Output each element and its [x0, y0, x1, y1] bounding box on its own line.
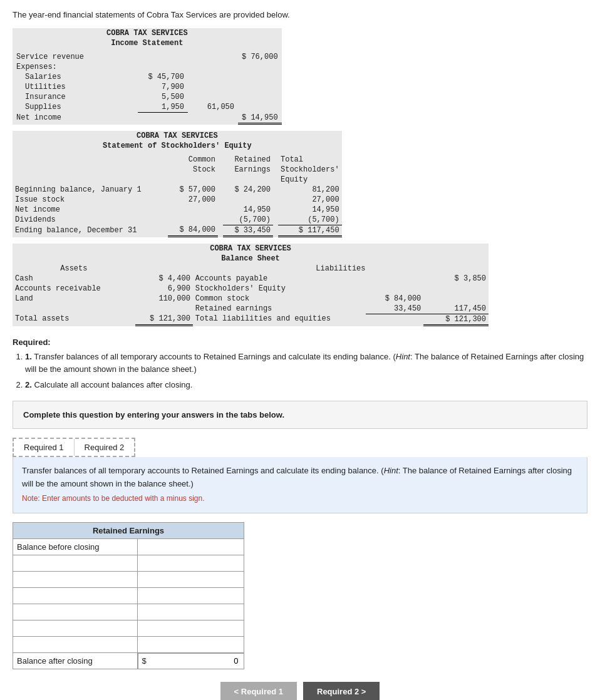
se-div-total: (5,700) — [278, 215, 342, 225]
tab-required-1[interactable]: Required 1 — [14, 439, 75, 456]
re-row-bbc-label: Balance before closing — [13, 538, 138, 555]
se-end-common: $ 84,000 — [168, 225, 218, 236]
income-statement-wrapper: COBRA TAX SERVICES Income Statement Serv… — [13, 28, 587, 125]
table-row: Balance before closing — [13, 538, 244, 555]
bs-ar-value: 6,900 — [135, 284, 193, 294]
bs-common-value: $ 84,000 — [366, 294, 423, 304]
is-utilities-label: Utilities — [13, 82, 138, 92]
re-row-6-input-cell — [137, 636, 244, 652]
se-col-total-title: Total — [281, 155, 303, 164]
required-list: 1. Transfer balances of all temporary ac… — [25, 351, 587, 392]
is-sr-empty1 — [138, 52, 188, 62]
se-title1: COBRA TAX SERVICES — [13, 131, 342, 141]
tab-note: Note: Enter amounts to be deducted with … — [22, 493, 578, 505]
re-row-1-label — [13, 555, 138, 571]
se-div-label: Dividends — [13, 215, 163, 225]
se-col-retained: Retained — [223, 155, 273, 165]
se-ni-retained: 14,950 — [223, 205, 273, 215]
re-row-bac-value-cell: $ — [138, 653, 244, 669]
tab-content-area: Transfer balances of all temporary accou… — [13, 457, 587, 513]
is-sr-empty2 — [188, 52, 238, 62]
re-row-3-input-cell — [137, 587, 244, 604]
se-statement-table: COBRA TAX SERVICES Statement of Stockhol… — [13, 131, 342, 237]
bs-common-label: Common stock — [193, 294, 308, 304]
se-end-retained: $ 33,450 — [223, 225, 273, 236]
re-row-4-label — [13, 604, 138, 620]
re-row-5-label — [13, 620, 138, 636]
is-net-income-value: $ 14,950 — [238, 113, 282, 124]
re-table-wrapper: Retained Earnings Balance before closing — [13, 522, 587, 670]
se-end-label: Ending balance, December 31 — [13, 225, 163, 236]
tab-instruction: Transfer balances of all temporary accou… — [22, 465, 578, 491]
re-row-6-label — [13, 636, 138, 652]
prev-button[interactable]: < Required 1 — [220, 682, 297, 700]
re-row-1-input-cell — [137, 555, 244, 571]
bs-total-liab-value: $ 121,300 — [423, 314, 489, 325]
se-issue-total: 27,000 — [278, 195, 342, 205]
re-row-6-input[interactable] — [142, 640, 241, 649]
se-beg-total: 81,200 — [278, 185, 342, 195]
bs-re-subtotal: 117,450 — [423, 304, 489, 314]
re-row-2-input-cell — [137, 571, 244, 587]
re-row-2-label — [13, 571, 138, 587]
nav-buttons: < Required 1 Required 2 > — [13, 682, 587, 700]
bs-land-label: Land — [13, 294, 135, 304]
re-row-1-input[interactable] — [142, 558, 241, 568]
bs-ap-value: $ 3,850 — [423, 274, 489, 284]
required-item-1: 1. Transfer balances of all temporary ac… — [25, 351, 587, 377]
re-row-5-input[interactable] — [142, 624, 241, 633]
re-row-3-label — [13, 587, 138, 604]
bs-re-label: Retained earnings — [193, 304, 308, 314]
bs-cash-value: $ 4,400 — [135, 274, 193, 284]
re-row-2-input[interactable] — [142, 575, 241, 584]
bs-assets-label: Assets — [13, 264, 135, 274]
table-row — [13, 587, 244, 604]
se-beg-label: Beginning balance, January 1 — [13, 185, 163, 195]
table-row — [13, 620, 244, 636]
se-issue-common: 27,000 — [168, 195, 218, 205]
is-title2: Income Statement — [13, 38, 282, 48]
se-ni-label: Net income — [13, 205, 163, 215]
bs-total-liab-label: Total liabilities and equities — [193, 314, 366, 325]
bs-se-label: Stockholders' Equity — [193, 284, 366, 294]
bs-re-value: 33,450 — [366, 304, 423, 314]
se-title2: Statement of Stockholders' Equity — [13, 141, 342, 151]
re-row-4-input[interactable] — [142, 607, 241, 617]
se-col-equity: Equity — [278, 175, 342, 185]
se-statement-wrapper: COBRA TAX SERVICES Statement of Stockhol… — [13, 131, 587, 237]
bs-cash-label: Cash — [13, 274, 135, 284]
se-col-common: Common — [168, 155, 218, 165]
table-row — [13, 604, 244, 620]
next-button[interactable]: Required 2 > — [303, 682, 380, 700]
is-utilities-value: 7,900 — [138, 82, 188, 92]
re-row-3-input[interactable] — [142, 591, 241, 600]
bs-ap-label: Accounts payable — [193, 274, 308, 284]
is-salaries-label: Salaries — [13, 72, 138, 82]
is-supplies-value: 1,950 — [138, 102, 188, 113]
bs-total-assets-label: Total assets — [13, 314, 135, 325]
is-salaries-value: $ 45,700 — [138, 72, 188, 82]
se-beg-retained: $ 24,200 — [223, 185, 273, 195]
re-row-bac-label: Balance after closing — [13, 652, 138, 669]
tab-required-2[interactable]: Required 2 — [75, 439, 135, 456]
bs-ar-label: Accounts receivable — [13, 284, 135, 294]
se-end-total: $ 117,450 — [278, 225, 342, 236]
re-dollar-sign: $ — [142, 656, 147, 666]
se-col-total-se: Stockholders' — [278, 165, 342, 175]
required-title: Required: — [13, 337, 587, 347]
se-col-stock: Stock — [168, 165, 218, 175]
is-service-revenue-label: Service revenue — [13, 52, 138, 62]
re-row-4-input-cell — [137, 604, 244, 620]
se-ni-total: 14,950 — [278, 205, 342, 215]
re-row-bac-input[interactable] — [149, 656, 240, 666]
is-insurance-value: 5,500 — [138, 92, 188, 102]
table-row: Balance after closing $ — [13, 652, 244, 669]
re-row-bbc-input[interactable] — [142, 542, 241, 552]
intro-text: The year-end financial statements of Cob… — [13, 10, 587, 19]
bs-title2: Balance Sheet — [13, 254, 489, 264]
re-row-5-input-cell — [137, 620, 244, 636]
is-expenses-label: Expenses: — [13, 62, 138, 72]
required-item-2: 2. Calculate all account balances after … — [25, 379, 587, 392]
se-col-earnings: Earnings — [223, 165, 273, 175]
balance-sheet-table: COBRA TAX SERVICES Balance Sheet Assets … — [13, 244, 489, 326]
